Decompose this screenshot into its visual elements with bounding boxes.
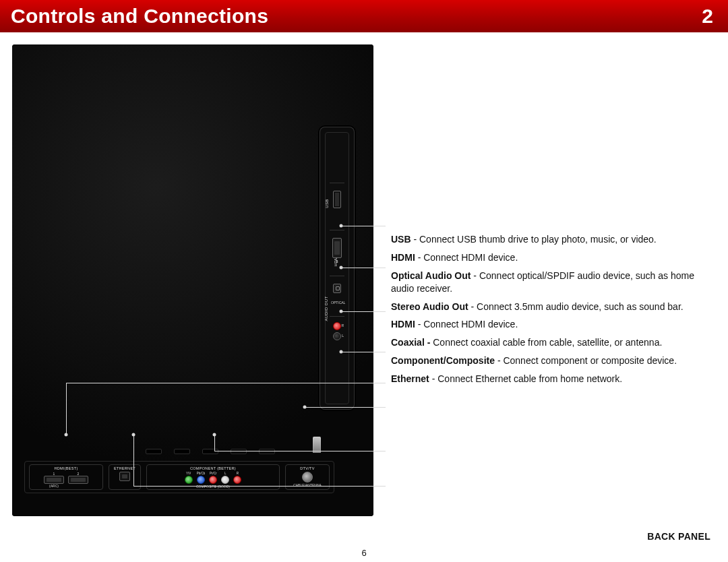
usb-port-icon bbox=[333, 191, 341, 208]
stereo-l-jack-icon bbox=[333, 332, 341, 340]
tv-back-illustration: USB HDMI(BEST) 3 AUDIO OUT OPTICAL bbox=[12, 44, 373, 516]
vent-icon bbox=[259, 449, 275, 454]
stereo-r-label: R bbox=[341, 323, 344, 327]
stereo-l-label: L bbox=[342, 334, 344, 338]
port-description-term: Ethernet bbox=[391, 373, 429, 384]
optical-label: OPTICAL bbox=[331, 301, 345, 305]
back-panel-label: BACK PANEL bbox=[647, 531, 710, 542]
bottom-port-panel: HDMI(BEST) 1 (ARC) 2 bbox=[24, 449, 334, 493]
rca-port-r: R bbox=[233, 472, 241, 484]
port-description-item: HDMI - Connect HDMI device. bbox=[391, 251, 713, 264]
rca-jack-icon bbox=[221, 476, 229, 484]
port-description-item: Component/Composite - Connect component … bbox=[391, 354, 713, 367]
hdmi-section-label: HDMI(BEST) bbox=[54, 466, 78, 470]
port-description-text: - Connect Ethernet cable from home netwo… bbox=[429, 373, 622, 384]
rca-port-pb-cb: Pb/Cb bbox=[197, 472, 206, 484]
rca-label: L bbox=[224, 472, 226, 475]
optical-port-icon bbox=[333, 284, 341, 293]
dtv-section: DTV/TV CABLE/ANTENNA bbox=[285, 464, 330, 490]
port-description-item: USB - Connect USB thumb drive to play ph… bbox=[391, 233, 713, 246]
cable-antenna-label: CABLE/ANTENNA bbox=[293, 483, 322, 487]
port-description-item: Ethernet - Connect Ethernet cable from h… bbox=[391, 373, 713, 385]
side-port-panel: USB HDMI(BEST) 3 AUDIO OUT OPTICAL bbox=[320, 127, 355, 410]
hdmi1-arc-label: (ARC) bbox=[49, 484, 59, 488]
port-description-text: Connect coaxial cable from cable, satell… bbox=[433, 337, 662, 348]
hdmi1-port-icon bbox=[44, 476, 64, 484]
rca-jack-icon bbox=[209, 476, 217, 484]
rca-port-y-v: Y/V bbox=[185, 472, 193, 484]
port-description-term: Coaxial - bbox=[391, 337, 433, 348]
port-description-item: Coaxial - Connect coaxial cable from cab… bbox=[391, 336, 713, 349]
vent-row bbox=[146, 449, 334, 458]
chapter-header: Controls and Connections 2 bbox=[0, 0, 728, 32]
stereo-port: R L bbox=[331, 320, 343, 352]
rca-jack-icon bbox=[185, 476, 193, 484]
port-description-term: Stereo Audio Out bbox=[391, 301, 468, 312]
port-description-item: HDMI - Connect HDMI device. bbox=[391, 318, 713, 331]
rca-label: R bbox=[237, 472, 239, 475]
page-number: 6 bbox=[361, 548, 366, 558]
stereo-r-jack-icon bbox=[333, 322, 341, 330]
vent-icon bbox=[146, 449, 162, 454]
port-description-text: - Connect USB thumb drive to play photo,… bbox=[411, 234, 657, 245]
composite-sub-label: COMPOSITE (GOOD) bbox=[196, 485, 230, 489]
port-description-text: - Connect component or composite device. bbox=[495, 355, 677, 366]
port-descriptions: USB - Connect USB thumb drive to play ph… bbox=[391, 228, 713, 391]
port-description-text: - Connect HDMI device. bbox=[415, 319, 518, 330]
rca-jack-icon bbox=[197, 476, 205, 484]
rca-label: Pb/Cb bbox=[197, 472, 206, 475]
page-title: Controls and Connections bbox=[11, 5, 268, 28]
port-description-term: USB bbox=[391, 234, 411, 245]
rca-port-l: L bbox=[221, 472, 229, 484]
component-section: COMPONENT (BETTER) Y/VPb/CbPr/CrLR COMPO… bbox=[146, 464, 280, 490]
rca-jack-icon bbox=[233, 476, 241, 484]
port-description-text: - Connect 3.5mm audio device, such as so… bbox=[468, 301, 684, 312]
ethernet-port-icon bbox=[119, 472, 130, 481]
port-description-term: HDMI bbox=[391, 252, 415, 263]
coax-port-icon bbox=[302, 472, 313, 482]
rca-label: Pr/Cr bbox=[210, 472, 217, 475]
port-description-item: Stereo Audio Out - Connect 3.5mm audio d… bbox=[391, 301, 713, 313]
usb-port: USB bbox=[331, 187, 343, 220]
vent-icon bbox=[174, 449, 190, 454]
port-description-term: Optical Audio Out bbox=[391, 270, 471, 281]
dtv-section-label: DTV/TV bbox=[300, 466, 314, 470]
hdmi2-port-icon bbox=[68, 476, 88, 484]
port-description-term: HDMI bbox=[391, 319, 415, 330]
vent-icon bbox=[202, 449, 218, 454]
hdmi-port-icon bbox=[332, 238, 342, 258]
audio-out-group-label: AUDIO OUT bbox=[324, 296, 328, 321]
vent-icon bbox=[231, 449, 247, 454]
port-description-item: Optical Audio Out - Connect optical/SPDI… bbox=[391, 270, 713, 295]
port-description-text: - Connect HDMI device. bbox=[415, 252, 518, 263]
usb-label: USB bbox=[325, 199, 329, 208]
optical-port: OPTICAL bbox=[331, 281, 343, 312]
chapter-number: 2 bbox=[702, 5, 713, 28]
rca-port-pr-cr: Pr/Cr bbox=[209, 472, 217, 484]
hdmi-section: HDMI(BEST) 1 (ARC) 2 bbox=[29, 464, 103, 490]
rca-label: Y/V bbox=[186, 472, 191, 475]
component-section-label: COMPONENT (BETTER) bbox=[190, 466, 236, 470]
ethernet-section: ETHERNET bbox=[109, 464, 141, 490]
port-description-term: Component/Composite bbox=[391, 355, 495, 366]
ethernet-section-label: ETHERNET bbox=[114, 466, 135, 470]
coax-post-icon bbox=[313, 437, 321, 453]
hdmi-side-port: HDMI(BEST) 3 bbox=[331, 234, 343, 273]
